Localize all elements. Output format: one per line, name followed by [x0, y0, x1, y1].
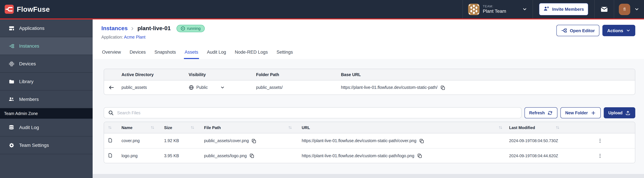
horizontal-scrollbar-track[interactable] [92, 174, 644, 178]
open-editor-button[interactable]: Open Editor [556, 25, 600, 36]
play-circle-icon [180, 26, 185, 31]
file-url: https://plant-live-01.flowfuse.dev/custo… [302, 153, 414, 158]
visibility-value: Public [196, 85, 208, 90]
actions-button[interactable]: Actions [602, 25, 635, 36]
copy-icon [417, 153, 422, 158]
copy-icon [249, 153, 254, 158]
chip-icon [8, 61, 14, 67]
flowfuse-logo[interactable]: FlowFuse [0, 0, 50, 18]
column-last-modified[interactable]: Last Modified [507, 122, 564, 133]
file-path: public_assets/cover.png [204, 139, 249, 143]
invite-members-label: Invite Members [552, 7, 584, 12]
search-icon [108, 110, 114, 116]
file-name: cover.png [116, 139, 159, 143]
copy-icon [440, 85, 445, 90]
user-avatar[interactable]: fl [619, 3, 630, 15]
gear-icon [8, 142, 14, 148]
sort-icon [190, 125, 195, 130]
sidebar-item-team-settings[interactable]: Team Settings [0, 136, 92, 154]
users-icon [8, 96, 14, 102]
tab-devices[interactable]: Devices [129, 50, 146, 59]
team-admin-zone-header: Team Admin Zone [0, 108, 92, 119]
sidebar-item-applications[interactable]: Applications [0, 19, 92, 37]
application-link[interactable]: Acme Plant [124, 35, 146, 39]
top-navbar: FlowFuse TEAM: Plant Team Invite Members [0, 0, 644, 19]
copy-file-path-button[interactable] [249, 153, 254, 158]
sidebar-item-label: Devices [19, 61, 36, 66]
folder-icon [8, 79, 14, 84]
upload-button[interactable]: Upload [604, 107, 635, 118]
column-visibility: Visibility [186, 72, 253, 77]
column-actions [564, 122, 635, 133]
breadcrumb: Instances plant-live-01 running [101, 25, 204, 32]
instances-icon [8, 43, 14, 49]
tab-snapshots[interactable]: Snapshots [154, 50, 177, 59]
copy-icon [419, 138, 424, 143]
storage-panel-row: public_assets Public public_assets/ http… [104, 80, 635, 95]
files-table: Name Size File Path URL Last Modified co… [104, 122, 635, 163]
new-folder-button[interactable]: New Folder [560, 107, 601, 118]
refresh-label: Refresh [529, 110, 545, 115]
refresh-button[interactable]: Refresh [524, 107, 558, 118]
table-row[interactable]: logo.png 3.95 KB public_assets/logo.png … [104, 148, 635, 163]
kebab-icon [597, 138, 603, 144]
flowfuse-logo-icon [5, 5, 14, 14]
tab-node-red-logs[interactable]: Node-RED Logs [234, 50, 268, 59]
chevron-down-icon [220, 85, 225, 90]
storage-info-panel: Active Directory Visibility Folder Path … [104, 69, 635, 95]
row-menu-button[interactable] [596, 137, 604, 145]
visibility-select[interactable]: Public [188, 85, 253, 90]
file-size: 1.92 KB [159, 139, 199, 143]
sidebar-item-library[interactable]: Library [0, 73, 92, 91]
sidebar-item-instances[interactable]: Instances [0, 37, 92, 55]
tab-settings[interactable]: Settings [276, 50, 294, 59]
chevron-down-icon [522, 7, 528, 12]
sidebar-item-members[interactable]: Members [0, 91, 92, 108]
breadcrumb-instances-link[interactable]: Instances [101, 25, 128, 32]
sort-icon [150, 125, 155, 130]
application-label: Application: [101, 35, 123, 39]
column-size[interactable]: Size [159, 122, 199, 133]
table-row[interactable]: cover.png 1.92 KB public_assets/cover.pn… [104, 133, 635, 148]
file-path: public_assets/logo.png [204, 153, 247, 158]
copy-file-path-button[interactable] [252, 138, 256, 143]
tab-assets[interactable]: Assets [184, 50, 199, 59]
sidebar-item-audit-log[interactable]: Audit Log [0, 119, 92, 136]
sidebar-item-label: Instances [19, 43, 39, 49]
user-menu-chevron-icon[interactable] [634, 7, 639, 12]
chevron-down-icon [626, 28, 630, 33]
tab-overview[interactable]: Overview [101, 50, 122, 59]
user-initials: fl [624, 7, 626, 12]
column-file-icon-sort[interactable] [104, 122, 116, 133]
sort-icon [498, 125, 503, 130]
mail-icon [600, 5, 608, 13]
copy-url-button[interactable] [417, 153, 422, 158]
sidebar-item-label: Members [19, 97, 39, 102]
sidebar-item-label: Audit Log [19, 125, 39, 130]
column-name[interactable]: Name [116, 122, 159, 133]
file-icon [108, 138, 113, 144]
notifications-mail-button[interactable] [600, 5, 608, 13]
sidebar-item-devices[interactable]: Devices [0, 55, 92, 73]
copy-icon [252, 138, 256, 143]
copy-base-url-button[interactable] [440, 85, 445, 90]
column-url[interactable]: URL [296, 122, 507, 133]
search-box[interactable] [104, 107, 521, 118]
column-active-directory: Active Directory [119, 72, 186, 77]
tab-audit-log[interactable]: Audit Log [206, 50, 227, 59]
instance-name: plant-live-01 [138, 25, 171, 32]
invite-members-button[interactable]: Invite Members [539, 3, 588, 15]
copy-url-button[interactable] [419, 138, 424, 143]
column-base-url: Base URL [338, 72, 635, 77]
file-last-modified: 2024-09-19T08:04:50.730Z [507, 139, 564, 143]
sort-icon [288, 125, 292, 130]
search-files-input[interactable] [117, 110, 517, 115]
team-selector[interactable]: TEAM: Plant Team [462, 0, 533, 18]
node-editor-icon [561, 27, 567, 33]
column-file-path[interactable]: File Path [199, 122, 296, 133]
row-menu-button[interactable] [596, 152, 604, 160]
column-folder-path: Folder Path [253, 72, 338, 77]
sidebar-item-label: Library [19, 79, 34, 84]
open-editor-label: Open Editor [570, 28, 595, 33]
back-directory-button[interactable] [108, 84, 114, 91]
